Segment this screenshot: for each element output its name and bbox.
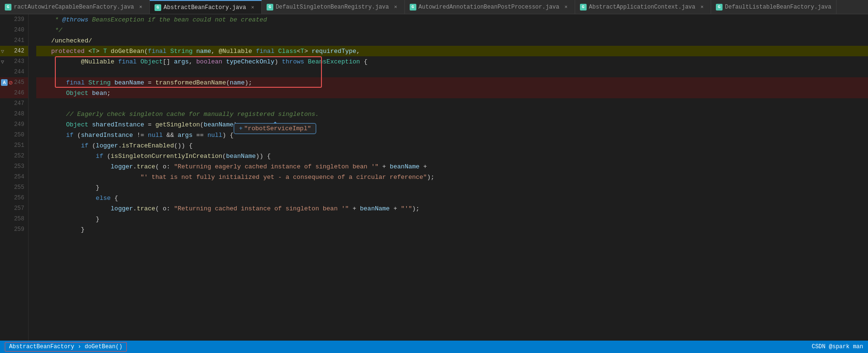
line-245: A ⊘ 245 (0, 77, 28, 88)
line-239: 239 (0, 14, 28, 25)
tab-close-5[interactable]: × (698, 3, 706, 11)
breadcrumb-class: AbstractBeanFactory (9, 343, 74, 350)
tab-label-6: DefaultListableBeanFactory.java (725, 4, 831, 10)
tab-icon-3: G (267, 4, 273, 10)
tab-icon-6: G (716, 4, 723, 10)
code-line-245: final String beanName = transformedBeanN… (36, 77, 868, 88)
code-line-257: logger.trace( o: "Returning cached insta… (36, 203, 868, 214)
code-line-256: else { (36, 193, 868, 203)
tab-label-3: DefaultSingletonBeanRegistry.java (276, 4, 389, 10)
tab-close-3[interactable]: × (392, 3, 400, 11)
breadcrumb-area: AbstractBeanFactory › doGetBean() (5, 342, 127, 352)
tab-5[interactable]: G AbstractApplicationContext.java × (575, 0, 711, 14)
breadcrumb-method: doGetBean() (84, 343, 122, 350)
breadcrumb-separator: › (78, 343, 81, 350)
tab-icon-1: G (5, 4, 11, 10)
code-line-248: // Eagerly check singleton cache for man… (36, 109, 868, 119)
code-line-251: if (logger.isTraceEnabled()) { (36, 140, 868, 151)
tab-6[interactable]: G DefaultListableBeanFactory.java (711, 0, 837, 14)
line-251: 251 (0, 140, 28, 151)
code-line-240: */ (36, 25, 868, 35)
line-253: 253 (0, 161, 28, 172)
line-gutter: 239 240 241 ▽ 242 ▽ 243 244 A ⊘ 245 246 … (0, 14, 29, 341)
line-242: ▽ 242 (0, 46, 28, 56)
code-line-249: Object sharedInstance = getSingleton(bea… (36, 119, 868, 130)
tab-label-4: AutowiredAnnotationBeanPostProcessor.jav… (419, 4, 559, 10)
fold-icon-242[interactable]: ▽ (1, 48, 4, 54)
line-244: 244 (0, 67, 28, 77)
line-259: 259 (0, 224, 28, 235)
tab-label-2: AbstractBeanFactory.java (164, 4, 246, 11)
code-line-239: * @throws BeansException if the bean cou… (36, 14, 868, 25)
code-line-259: } (36, 224, 868, 235)
code-line-254: "' that is not fully initialized yet - a… (36, 172, 868, 182)
tab-1[interactable]: G ractAutowireCapableBeanFactory.java × (0, 0, 150, 14)
code-area[interactable]: * @throws BeansException if the bean cou… (29, 14, 868, 341)
tooltip-value: "robotServiceImpl" (244, 125, 311, 132)
line-256: 256 (0, 193, 28, 203)
code-line-253: logger.trace( o: "Returning eagerly cach… (36, 161, 868, 172)
code-line-242: protected <T> T doGetBean(final String n… (36, 46, 868, 56)
line-248: 248 (0, 109, 28, 119)
line-255: 255 (0, 182, 28, 193)
line-254: 254 (0, 172, 28, 182)
code-line-241: /unchecked/ (36, 35, 868, 46)
tab-close-2[interactable]: × (249, 4, 257, 11)
tab-icon-4: G (410, 4, 416, 10)
tab-label-1: ractAutowireCapableBeanFactory.java (14, 4, 134, 10)
tab-4[interactable]: G AutowiredAnnotationBeanPostProcessor.j… (405, 0, 575, 14)
tab-icon-2: G (155, 4, 161, 11)
tab-bar: G ractAutowireCapableBeanFactory.java × … (0, 0, 868, 14)
line-249: 249 (0, 119, 28, 130)
code-line-243: @Nullable final Object[] args, boolean t… (36, 56, 868, 67)
ai-icon: A (1, 79, 8, 86)
line-241: 241 (0, 35, 28, 46)
tab-2[interactable]: G AbstractBeanFactory.java × (150, 0, 262, 14)
code-line-247 (36, 98, 868, 109)
line-257: 257 (0, 203, 28, 214)
line-246: 246 (0, 88, 28, 98)
line-258: 258 (0, 214, 28, 224)
status-right: CSDN @spark man (812, 343, 863, 350)
code-line-250: if (sharedInstance != null && args == nu… (36, 130, 868, 140)
gutter-icons-245: A ⊘ (1, 79, 12, 87)
error-icon: ⊘ (9, 79, 12, 87)
code-line-252: if (isSingletonCurrentlyInCreation(beanN… (36, 151, 868, 161)
line-240: 240 (0, 25, 28, 35)
breadcrumb-box[interactable]: AbstractBeanFactory › doGetBean() (5, 342, 127, 352)
tab-3[interactable]: G DefaultSingletonBeanRegistry.java × (262, 0, 405, 14)
line-247: 247 (0, 98, 28, 109)
code-line-246: Object bean; (36, 88, 868, 98)
tab-label-5: AbstractApplicationContext.java (589, 4, 695, 10)
status-bar: AbstractBeanFactory › doGetBean() CSDN @… (0, 341, 868, 353)
tooltip-plus-icon: + (239, 125, 243, 132)
line-250: 250 (0, 130, 28, 140)
code-line-255: } (36, 182, 868, 193)
tab-close-1[interactable]: × (137, 3, 145, 11)
line-243: ▽ 243 (0, 56, 28, 67)
editor-area: 239 240 241 ▽ 242 ▽ 243 244 A ⊘ 245 246 … (0, 14, 868, 341)
tooltip-popup: +"robotServiceImpl" (234, 123, 316, 134)
tab-close-4[interactable]: × (562, 3, 570, 11)
code-line-258: } (36, 214, 868, 224)
tab-icon-5: G (580, 4, 587, 10)
fold-icon-243[interactable]: ▽ (1, 59, 4, 65)
code-line-244 (36, 67, 868, 77)
line-252: 252 (0, 151, 28, 161)
